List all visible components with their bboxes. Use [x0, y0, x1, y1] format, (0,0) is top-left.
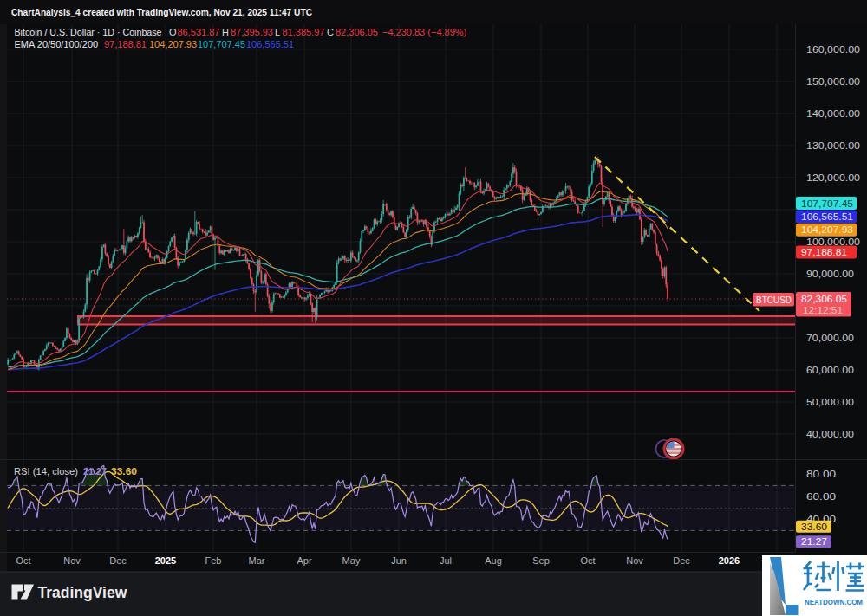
svg-text:21.27: 21.27: [801, 536, 827, 547]
svg-text:O: O: [169, 27, 177, 37]
svg-text:BTCUSD: BTCUSD: [756, 295, 792, 305]
svg-text:80.00: 80.00: [806, 469, 836, 479]
svg-text:Oct: Oct: [16, 555, 30, 566]
svg-text:Nov: Nov: [63, 555, 81, 566]
svg-text:60.00: 60.00: [806, 491, 836, 502]
svg-text:86,531.87: 86,531.87: [178, 27, 220, 37]
svg-text:TradingView: TradingView: [38, 584, 127, 601]
svg-text:Dec: Dec: [109, 555, 127, 566]
svg-text:33.60: 33.60: [111, 466, 137, 477]
svg-text:106,565.51: 106,565.51: [801, 211, 853, 222]
svg-text:82,306.05: 82,306.05: [801, 294, 847, 304]
svg-text:60,000.00: 60,000.00: [806, 365, 854, 375]
svg-text:L: L: [275, 27, 280, 37]
svg-text:RSI (14, close): RSI (14, close): [14, 466, 78, 477]
svg-text:Apr: Apr: [297, 555, 311, 566]
svg-text:81,385.97: 81,385.97: [283, 27, 325, 37]
svg-text:Bitcoin / U.S. Dollar · 1D · C: Bitcoin / U.S. Dollar · 1D · Coinbase: [15, 27, 162, 37]
svg-text:2025: 2025: [155, 555, 176, 566]
svg-text:21.27: 21.27: [83, 466, 107, 477]
svg-text:140,000.00: 140,000.00: [806, 108, 860, 119]
svg-text:C: C: [327, 27, 334, 37]
svg-text:50,000.00: 50,000.00: [806, 397, 854, 407]
svg-text:104,207.93: 104,207.93: [149, 39, 197, 49]
svg-text:104,207.93: 104,207.93: [801, 224, 853, 235]
svg-text:EMA 20/50/100/200: EMA 20/50/100/200: [15, 39, 99, 49]
svg-text:Sep: Sep: [532, 555, 550, 566]
svg-text:Jul: Jul: [440, 555, 452, 566]
svg-text:H: H: [222, 27, 229, 37]
svg-text:Jun: Jun: [391, 555, 407, 566]
svg-text:2026: 2026: [719, 555, 740, 566]
svg-text:97,188.81: 97,188.81: [104, 39, 147, 49]
svg-text:Mar: Mar: [249, 555, 265, 566]
svg-text:Nov: Nov: [626, 555, 643, 566]
svg-text:87,395.93: 87,395.93: [231, 27, 273, 37]
svg-text:107,707.45: 107,707.45: [198, 39, 245, 49]
svg-text:70,000.00: 70,000.00: [806, 333, 854, 343]
svg-text:97,188.81: 97,188.81: [801, 247, 847, 257]
svg-text:40,000.00: 40,000.00: [806, 429, 854, 439]
svg-text:100,000.00: 100,000.00: [806, 237, 860, 247]
svg-text:120,000.00: 120,000.00: [806, 172, 860, 183]
svg-text:90,000.00: 90,000.00: [806, 269, 854, 279]
svg-text:160,000.00: 160,000.00: [806, 44, 860, 55]
svg-text:Dec: Dec: [673, 555, 690, 566]
svg-text:107,707.45: 107,707.45: [801, 198, 853, 209]
svg-text:130,000.00: 130,000.00: [806, 140, 860, 151]
svg-text:106,565.51: 106,565.51: [246, 39, 294, 49]
svg-text:Feb: Feb: [205, 555, 222, 566]
svg-text:ChartAnalysis_4 created with T: ChartAnalysis_4 created with TradingView…: [11, 7, 312, 17]
svg-text:12:12:51: 12:12:51: [803, 305, 843, 315]
svg-text:Oct: Oct: [580, 555, 595, 566]
svg-text:Aug: Aug: [485, 555, 502, 566]
svg-text:150,000.00: 150,000.00: [806, 76, 860, 87]
svg-text:33.60: 33.60: [801, 522, 827, 532]
svg-text:NEATDOWN.COM: NEATDOWN.COM: [805, 599, 863, 606]
svg-text:−4,230.83 (−4.89%): −4,230.83 (−4.89%): [382, 27, 466, 37]
svg-text:82,306.05: 82,306.05: [336, 27, 378, 37]
svg-text:May: May: [342, 555, 361, 566]
